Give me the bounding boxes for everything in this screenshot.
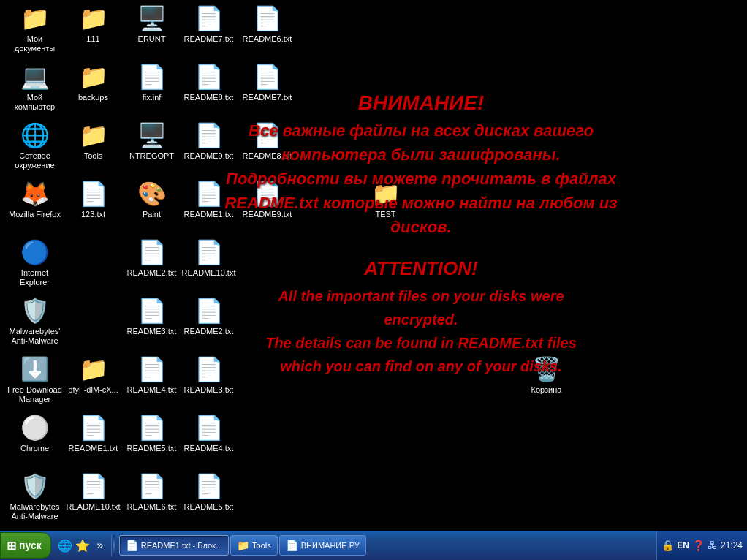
desktop-icon-readme10[interactable]: 📄 README10.txt <box>181 238 236 278</box>
icon-label-tools: Tools <box>84 151 103 161</box>
taskbar-network-icon[interactable]: 🖧 <box>708 540 718 551</box>
desktop-icon-readme6b[interactable]: 📄 README6.txt <box>124 472 179 512</box>
icon-img-pfyf: 📁 <box>79 355 108 384</box>
desktop-icon-free-dl[interactable]: ⬇️ Free Download Manager <box>7 355 62 404</box>
desktop-icon-ie[interactable]: 🔵 Internet Explorer <box>7 238 62 287</box>
taskbar-btn-attention[interactable]: 📄 ВНИМАНИЕ.РУ <box>279 535 366 556</box>
taskbar-quicklaunch: 🌐 ⭐ » <box>54 534 112 556</box>
icon-img-paint: 🎨 <box>137 179 167 208</box>
icon-img-file-123: 📄 <box>79 179 108 208</box>
icon-label-malwarebytes: Malwarebytes' Anti-Malware <box>7 327 62 346</box>
icon-label-readme6b: README6.txt <box>127 502 177 512</box>
icon-label-readme1b: README1.txt <box>69 444 118 453</box>
icon-img-ntregopt: 🖥️ <box>137 121 167 150</box>
quicklaunch-star-icon[interactable]: ⭐ <box>75 537 91 553</box>
icon-img-readme9b: 📄 <box>253 179 282 208</box>
icon-img-readme1b: 📄 <box>79 413 108 442</box>
taskbar-btn-attention-label: ВНИМАНИЕ.РУ <box>301 541 360 550</box>
icon-img-readme1: 📄 <box>194 179 224 208</box>
icon-label-readme2: README2.txt <box>127 268 177 278</box>
icon-img-readme4: 📄 <box>137 355 167 384</box>
desktop-icon-readme5b[interactable]: 📄 README5.txt <box>181 472 236 512</box>
desktop-icon-recycle[interactable]: 🗑️ Корзина <box>519 355 574 395</box>
icon-label-file-123: 123.txt <box>81 210 105 219</box>
desktop-icon-readme3[interactable]: 📄 README3.txt <box>124 296 179 336</box>
icon-label-readme8: README8.txt <box>184 93 234 102</box>
desktop-icon-readme8b[interactable]: 📄 README8.txt <box>240 121 295 161</box>
icon-label-readme1: README1.txt <box>184 210 234 219</box>
desktop-icon-file-123[interactable]: 📄 123.txt <box>66 179 121 219</box>
desktop-icon-readme9[interactable]: 📄 README9.txt <box>181 121 236 161</box>
icon-label-recycle: Корзина <box>531 385 562 395</box>
desktop-icon-ntregopt[interactable]: 🖥️ NTREGOPT <box>124 121 179 161</box>
icon-label-readme5: README5.txt <box>127 444 177 453</box>
desktop-icon-paint[interactable]: 🎨 Paint <box>124 179 179 219</box>
icon-img-tools: 📁 <box>79 121 108 150</box>
icon-label-paint: Paint <box>143 210 161 219</box>
desktop-icon-readme10b[interactable]: 📄 README10.txt <box>66 472 121 512</box>
icon-img-readme3b: 📄 <box>194 355 224 384</box>
desktop-icon-chrome[interactable]: ⚪ Chrome <box>7 413 62 453</box>
taskbar-buttons: 📄 README1.txt - Блок... 📁 Tools 📄 ВНИМАН… <box>116 535 657 556</box>
quicklaunch-arrow-icon[interactable]: » <box>92 537 108 553</box>
desktop-icon-readme2[interactable]: 📄 README2.txt <box>124 238 179 278</box>
desktop-icon-readme9b[interactable]: 📄 README9.txt <box>240 179 295 219</box>
icon-label-free-dl: Free Download Manager <box>7 385 62 404</box>
desktop-icon-firefox[interactable]: 🦊 Mozilla Firefox <box>7 179 62 219</box>
desktop-icon-network[interactable]: 🌐 Сетевое окружение <box>7 121 62 170</box>
desktop-icon-my-docs[interactable]: 📁 Мои документы <box>7 4 62 53</box>
desktop-icon-backups[interactable]: 📁 backups <box>66 62 121 102</box>
desktop-icon-tools[interactable]: 📁 Tools <box>66 121 121 161</box>
icon-label-readme4: README4.txt <box>127 385 177 395</box>
icon-label-readme8b: README8.txt <box>243 151 292 161</box>
desktop-icon-fix-inf[interactable]: 📄 fix.inf <box>124 62 179 102</box>
icon-img-fix-inf: 📄 <box>137 62 167 91</box>
desktop-icon-readme5[interactable]: 📄 README5.txt <box>124 413 179 453</box>
icon-img-recycle: 🗑️ <box>532 355 561 384</box>
taskbar-btn-tools[interactable]: 📁 Tools <box>230 535 278 556</box>
desktop-icon-malwarebytes2[interactable]: 🛡️ Malwarebytes Anti-Malware <box>7 472 62 521</box>
desktop-icon-readme7[interactable]: 📄 README7.txt <box>181 4 236 44</box>
desktop-icon-readme7b[interactable]: 📄 README7.txt <box>240 62 295 102</box>
icon-label-network: Сетевое окружение <box>7 151 62 170</box>
icon-label-firefox: Mozilla Firefox <box>9 210 61 219</box>
icon-label-fix-inf: fix.inf <box>143 93 162 102</box>
taskbar-btn-readme[interactable]: 📄 README1.txt - Блок... <box>119 535 229 556</box>
icon-label-ntregopt: NTREGOPT <box>129 151 174 161</box>
desktop-icon-readme4b[interactable]: 📄 README4.txt <box>181 413 236 453</box>
icon-label-my-computer: Мой компьютер <box>7 93 62 112</box>
desktop-icon-erunt[interactable]: 🖥️ ERUNT <box>124 4 179 44</box>
icon-img-network: 🌐 <box>20 121 50 150</box>
icon-img-chrome: ⚪ <box>20 413 50 442</box>
desktop-icon-folder-111[interactable]: 📁 111 <box>66 4 121 44</box>
icon-img-free-dl: ⬇️ <box>20 355 50 384</box>
desktop-icon-test-folder[interactable]: 📁 TEST <box>358 179 413 219</box>
icon-img-my-computer: 💻 <box>20 62 50 91</box>
taskbar-help-icon[interactable]: ❓ <box>692 540 705 551</box>
desktop-icon-malwarebytes[interactable]: 🛡️ Malwarebytes' Anti-Malware <box>7 296 62 346</box>
taskbar-language[interactable]: EN <box>677 540 689 550</box>
desktop-icon-readme8[interactable]: 📄 README8.txt <box>181 62 236 102</box>
taskbar-security-icon[interactable]: 🔒 <box>661 540 674 551</box>
start-button[interactable]: ⊞ пуск <box>0 532 51 559</box>
icon-img-readme4b: 📄 <box>194 413 224 442</box>
desktop-icon-pfyf[interactable]: 📁 pfyF-dlM-cX... <box>66 355 121 395</box>
icon-img-ie: 🔵 <box>20 238 50 267</box>
quicklaunch-ie-icon[interactable]: 🌐 <box>57 537 73 553</box>
desktop-icon-readme1[interactable]: 📄 README1.txt <box>181 179 236 219</box>
icon-label-readme2b: README2.txt <box>184 327 234 336</box>
icon-img-readme2b: 📄 <box>194 296 224 325</box>
icon-label-readme4b: README4.txt <box>184 444 234 453</box>
icon-label-readme10b: README10.txt <box>67 502 121 512</box>
icon-img-readme3: 📄 <box>137 296 167 325</box>
start-label: пуск <box>19 540 42 551</box>
desktop-icon-readme1b[interactable]: 📄 README1.txt <box>66 413 121 453</box>
desktop-icon-readme4[interactable]: 📄 README4.txt <box>124 355 179 395</box>
icon-label-folder-111: 111 <box>86 34 99 44</box>
icon-img-my-docs: 📁 <box>20 4 50 33</box>
desktop-icon-readme2b[interactable]: 📄 README2.txt <box>181 296 236 336</box>
icon-img-backups: 📁 <box>79 62 108 91</box>
desktop-icon-my-computer[interactable]: 💻 Мой компьютер <box>7 62 62 112</box>
desktop-icon-readme3b[interactable]: 📄 README3.txt <box>181 355 236 395</box>
desktop-icon-readme6-top[interactable]: 📄 README6.txt <box>240 4 295 44</box>
